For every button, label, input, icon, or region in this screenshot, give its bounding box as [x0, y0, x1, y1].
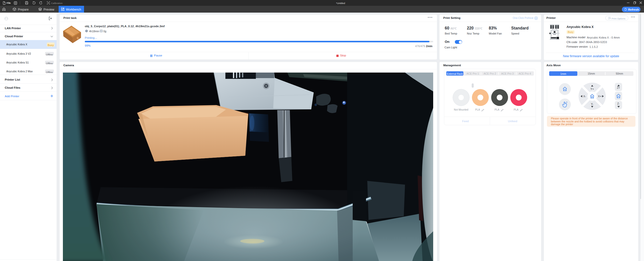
svg-text:X+: X+ — [598, 95, 601, 98]
svg-text:X-: X- — [583, 95, 586, 98]
svg-text:Y-: Y- — [591, 103, 593, 106]
svg-text:Y+: Y+ — [590, 87, 594, 90]
